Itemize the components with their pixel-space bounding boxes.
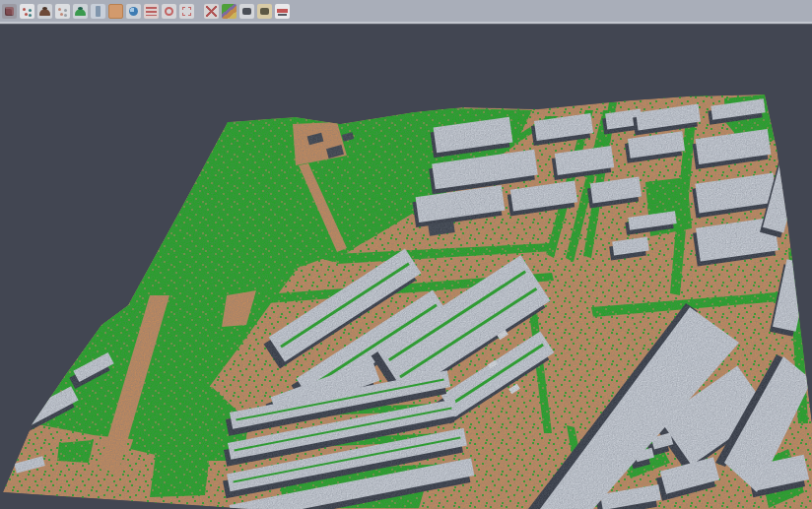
- column-slab-icon[interactable]: [91, 4, 105, 19]
- vegetation-mound-icon[interactable]: [73, 4, 88, 19]
- point-cloud-scene: [0, 0, 812, 509]
- ortho-tile-icon[interactable]: [108, 4, 123, 19]
- terrain-mound-icon[interactable]: [37, 4, 52, 19]
- viewport-3d[interactable]: [0, 0, 812, 509]
- eraser-red-icon[interactable]: [275, 4, 290, 19]
- camera-body-icon[interactable]: [239, 4, 254, 19]
- toolbar: [0, 0, 812, 24]
- red-stripes-icon[interactable]: [144, 4, 159, 19]
- classified-map-icon[interactable]: [222, 4, 237, 19]
- points-rgb-icon[interactable]: [20, 4, 34, 19]
- sparse-points-icon[interactable]: [55, 4, 70, 19]
- red-cross-grid-icon[interactable]: [204, 4, 219, 19]
- selection-bounds-icon[interactable]: [179, 4, 194, 19]
- red-circle-icon[interactable]: [162, 4, 176, 19]
- tools-tan-icon[interactable]: [257, 4, 272, 19]
- globe-icon[interactable]: [126, 4, 141, 19]
- points-cluster-icon[interactable]: [2, 4, 17, 19]
